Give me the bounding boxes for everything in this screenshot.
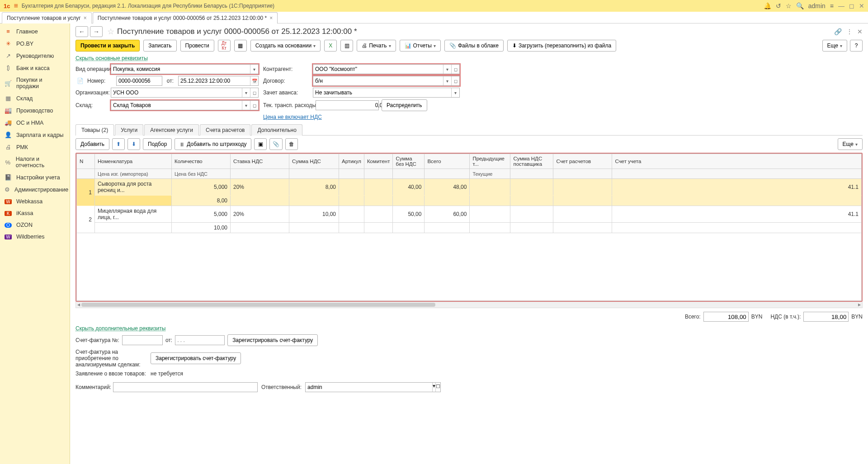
cloud-files-button[interactable]: 📎Файлы в облаке bbox=[444, 40, 504, 52]
th-n[interactable]: N bbox=[77, 154, 95, 169]
th-pricenovat[interactable]: Цена без НДС bbox=[172, 169, 231, 179]
load-file-button[interactable]: ⬇Загрузить (перезаполнить) из файла bbox=[507, 40, 616, 52]
hide-extra-link[interactable]: Скрыть дополнительные реквизиты bbox=[75, 325, 165, 332]
table-row-sub[interactable]: 8,00 bbox=[77, 196, 862, 206]
scroll-thumb[interactable] bbox=[81, 303, 435, 307]
contragent-input[interactable] bbox=[313, 65, 443, 74]
date-input[interactable] bbox=[179, 76, 250, 85]
cell-pricenovat[interactable]: 10,00 bbox=[172, 223, 231, 233]
contract-input[interactable] bbox=[313, 76, 443, 85]
edit-button[interactable]: ▣ bbox=[254, 138, 267, 150]
table-row-sub[interactable]: 10,00 bbox=[77, 223, 862, 233]
table-more-button[interactable]: Еще bbox=[838, 138, 863, 150]
cell-acct[interactable]: 41.1 bbox=[612, 206, 862, 223]
tab-accounts[interactable]: Счета расчетов bbox=[200, 124, 251, 136]
select-button[interactable]: Подбор bbox=[143, 138, 172, 150]
advance-input[interactable] bbox=[313, 88, 451, 97]
price-mode-link[interactable]: Цена не включает НДС bbox=[263, 114, 322, 120]
cell-vat[interactable]: 20% bbox=[231, 179, 289, 196]
doc-tab[interactable]: Поступление товаров и услуг 0000-000056 … bbox=[93, 12, 278, 23]
number-input[interactable] bbox=[117, 76, 188, 85]
more-icon[interactable]: ⋮ bbox=[846, 28, 853, 35]
cell-pricenovat[interactable]: 8,00 bbox=[172, 196, 231, 206]
org-input[interactable] bbox=[111, 88, 242, 97]
delete-button[interactable]: 🗑 bbox=[285, 138, 298, 150]
minimize-icon[interactable]: — bbox=[838, 2, 844, 9]
dropdown-icon[interactable]: ▾ bbox=[242, 88, 250, 97]
warehouse-field[interactable]: ▾ ◻ bbox=[111, 100, 259, 110]
cell-qty[interactable]: 5,000 bbox=[172, 206, 231, 223]
dropdown-icon[interactable]: ▾ bbox=[242, 101, 250, 110]
close-doc-icon[interactable]: ✕ bbox=[857, 28, 863, 35]
th-priceimp[interactable]: Цена изг. (импортера) bbox=[95, 169, 172, 179]
number-field[interactable] bbox=[116, 76, 162, 86]
nav-warehouse[interactable]: ▦Склад bbox=[0, 92, 70, 104]
history-icon[interactable]: ↺ bbox=[776, 2, 781, 9]
user-label[interactable]: admin bbox=[808, 2, 826, 9]
tab-extra[interactable]: Дополнительно bbox=[251, 124, 302, 136]
cell-priceimp[interactable] bbox=[95, 223, 172, 233]
h-scrollbar[interactable]: ◀ ▶ bbox=[75, 302, 863, 308]
cell-wovat[interactable]: 40,00 bbox=[393, 179, 425, 196]
cell-priceimp[interactable] bbox=[95, 196, 172, 206]
contragent-field[interactable]: ▾ ◻ bbox=[313, 64, 460, 74]
scroll-right-icon[interactable]: ▶ bbox=[857, 302, 862, 308]
op-type-input[interactable] bbox=[111, 65, 250, 74]
hide-main-link[interactable]: Скрыть основные реквизиты bbox=[75, 55, 148, 61]
nav-wildberries[interactable]: WWildberries bbox=[0, 231, 70, 243]
nav-rmk[interactable]: 🖨РМК bbox=[0, 141, 70, 153]
dropdown-icon[interactable]: ▾ bbox=[250, 65, 258, 74]
burger-icon[interactable]: ≡ bbox=[14, 2, 18, 10]
nav-manager[interactable]: ↗Руководителю bbox=[0, 50, 70, 62]
nav-webkassa[interactable]: WWebkassa bbox=[0, 196, 70, 207]
create-based-button[interactable]: Создать на основании bbox=[250, 40, 321, 52]
open-icon[interactable]: ◻ bbox=[451, 65, 459, 74]
distribute-button[interactable]: Распределить bbox=[382, 99, 427, 111]
move-up-button[interactable]: ⬆ bbox=[112, 138, 125, 150]
post-button[interactable]: Провести bbox=[180, 40, 214, 52]
dropdown-icon[interactable]: ▾ bbox=[443, 76, 451, 85]
invoice-num-input[interactable] bbox=[122, 335, 163, 345]
tab-agent[interactable]: Агентские услуги bbox=[144, 124, 199, 136]
responsible-input[interactable] bbox=[306, 383, 432, 392]
cell-art[interactable] bbox=[339, 179, 364, 196]
favorite-icon[interactable]: ☆ bbox=[107, 27, 114, 37]
reports-button[interactable]: 📊Отчеты bbox=[400, 40, 441, 52]
org-field[interactable]: ▾ ◻ bbox=[111, 88, 259, 98]
add-row-button[interactable]: Добавить bbox=[75, 138, 109, 150]
more-button[interactable]: Еще bbox=[822, 40, 847, 52]
register-invoice-button[interactable]: Зарегистрировать счет-фактуру bbox=[227, 334, 318, 346]
cell-acc[interactable] bbox=[553, 206, 612, 223]
cell-qty[interactable]: 5,000 bbox=[172, 179, 231, 196]
nav-salary[interactable]: 👤Зарплата и кадры bbox=[0, 129, 70, 141]
cell-kom[interactable] bbox=[364, 179, 393, 196]
dropdown-icon[interactable]: ▾ bbox=[432, 383, 435, 392]
register-acq-invoice-button[interactable]: Зарегистрировать счет-фактуру bbox=[151, 352, 241, 364]
cell-total[interactable]: 48,00 bbox=[425, 179, 470, 196]
tab-close-icon[interactable]: × bbox=[269, 15, 273, 21]
attach-button[interactable]: 📎 bbox=[269, 138, 283, 150]
cell-vatsum[interactable]: 8,00 bbox=[289, 179, 339, 196]
dtct-button[interactable]: ДтКт bbox=[218, 40, 231, 52]
tab-goods[interactable]: Товары (2) bbox=[75, 124, 114, 136]
transport-input[interactable] bbox=[316, 101, 387, 110]
forward-button[interactable]: → bbox=[90, 26, 103, 37]
th-vat[interactable]: Ставка НДС bbox=[231, 154, 289, 169]
xml-button[interactable]: ▥ bbox=[340, 40, 353, 52]
comment-field[interactable] bbox=[113, 382, 258, 392]
th-acct[interactable]: Счет учета bbox=[612, 154, 862, 169]
th-acc[interactable]: Счет расчетов bbox=[553, 154, 612, 169]
th-wovat[interactable]: Сумма без НДС bbox=[393, 154, 425, 169]
nav-production[interactable]: 🏭Производство bbox=[0, 104, 70, 117]
doc-tab[interactable]: Поступление товаров и услуг × bbox=[2, 12, 92, 23]
open-icon[interactable]: ◻ bbox=[451, 76, 459, 85]
cell-suppvat[interactable] bbox=[510, 179, 553, 196]
excel-button[interactable]: X bbox=[324, 40, 337, 52]
advance-field[interactable]: ▾ bbox=[313, 88, 460, 98]
nav-settings[interactable]: 📓Настройки учета bbox=[0, 171, 70, 183]
cell-vat[interactable]: 20% bbox=[231, 206, 289, 223]
dropdown-icon[interactable]: ▾ bbox=[451, 88, 459, 97]
table-empty-area[interactable] bbox=[76, 233, 862, 301]
vat-input[interactable] bbox=[803, 312, 849, 322]
total-input[interactable] bbox=[703, 312, 749, 322]
